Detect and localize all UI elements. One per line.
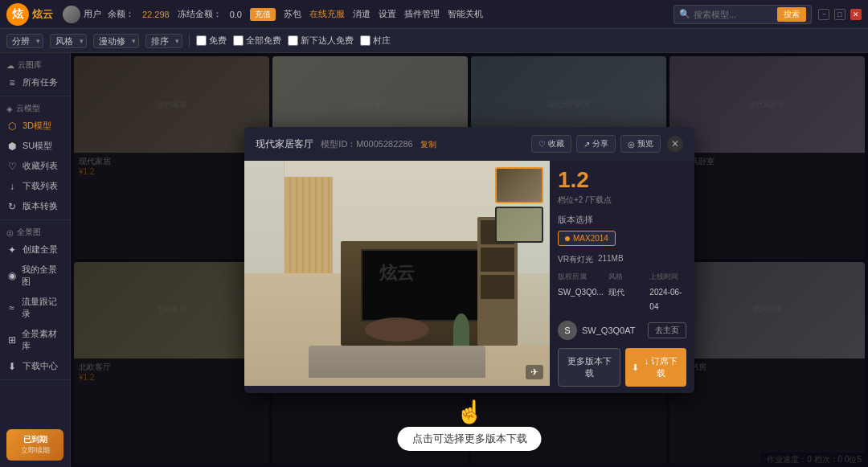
meta-rights-val: SW_Q3Q0... — [558, 288, 604, 297]
sidebar-item-flow[interactable]: ≈ 流量跟记录 — [0, 292, 70, 324]
user-avatar — [63, 6, 80, 23]
thumbnail-2[interactable] — [495, 207, 543, 243]
thumbnail-1[interactable] — [495, 167, 543, 203]
smart-label[interactable]: 智能关机 — [448, 8, 483, 20]
share-button[interactable]: ↗ 分享 — [576, 135, 616, 153]
filter-divider — [189, 35, 190, 47]
version-icon: ↻ — [6, 201, 18, 212]
meta-date-label: 上线时间 — [649, 272, 686, 282]
settings-label[interactable]: 设置 — [379, 8, 396, 20]
share-icon: ↗ — [583, 140, 590, 149]
frozen-label: 冻结金额： — [178, 8, 222, 20]
meta-style: 风格 现代 — [608, 272, 645, 313]
online-label[interactable]: 在线充服 — [309, 8, 345, 20]
snap-checkbox[interactable] — [288, 35, 298, 46]
meta-rights-label: 版权所属 — [558, 272, 604, 282]
sidebar-item-materials[interactable]: ⊞ 全景素材库 — [0, 324, 70, 356]
sidebar-item-download-center[interactable]: ⬇ 下载中心 — [0, 356, 70, 376]
category-select-wrap: 分辨 — [6, 34, 43, 48]
sidebar-item-create-full[interactable]: ✦ 创建全景 — [0, 240, 70, 260]
sidebar-item-my-full[interactable]: ◉ 我的全景图 — [0, 260, 70, 292]
topbar-user: 用户 — [63, 6, 101, 23]
vip-badge-btn[interactable]: 充值 — [250, 8, 276, 21]
sidebar-cloud-title: ☁ 云图库 — [0, 56, 70, 72]
go-profile-button[interactable]: 去主页 — [648, 322, 686, 338]
search-input[interactable] — [694, 10, 774, 19]
favorite-button[interactable]: ♡ 收藏 — [531, 135, 571, 153]
sidebar-item-all-tasks[interactable]: ≡ 所有任务 — [0, 72, 70, 92]
search-button[interactable]: 搜索 — [777, 7, 806, 22]
sidebar-item-3d[interactable]: ⬡ 3D模型 — [0, 116, 70, 136]
modal-user-avatar: S — [558, 321, 577, 340]
style-select-wrap: 风格 — [50, 34, 87, 48]
logo-area: 炫 炫云 — [6, 3, 53, 26]
flow-icon: ≈ — [6, 302, 17, 313]
fullview-icon: ◎ — [6, 228, 14, 237]
3d-icon: ⬡ — [6, 121, 18, 132]
topbar: 炫 炫云 用户 余额： 22.298 冻结金额： 0.0 充值 苏包 在线充服 … — [0, 0, 868, 29]
snap-check[interactable]: 新下达人免费 — [288, 35, 354, 47]
sidebar-section-model: ◈ 云模型 ⬡ 3D模型 ⬢ SU模型 ♡ 收藏列表 ↓ 下载列表 ↻ 版本转换 — [0, 96, 70, 220]
download-button[interactable]: ⬇ ↓ 订席下载 — [625, 348, 686, 387]
version-badge-max[interactable]: MAX2014 — [558, 231, 616, 246]
preview-icon: ◎ — [628, 140, 635, 149]
copy-button[interactable]: 复制 — [420, 140, 436, 149]
maximize-btn[interactable]: □ — [834, 9, 845, 20]
modal-username: SW_Q3Q0AT — [582, 326, 635, 335]
free-check[interactable]: 免费 — [196, 35, 227, 47]
logo-icon: 炫 — [6, 3, 29, 26]
modal-header-btns: ♡ 收藏 ↗ 分享 ◎ 预览 — [531, 135, 661, 153]
animation-select[interactable]: 漫动修 — [93, 34, 139, 48]
tv-screen — [361, 249, 481, 322]
dl-center-icon: ⬇ — [6, 361, 18, 372]
thumb-inner-1 — [497, 169, 542, 202]
meta-style-val: 现代 — [608, 288, 624, 297]
thumb-inner-2 — [497, 208, 542, 241]
modal-info-panel: 1.2 档位+2 /下载点 版本选择 MAX2014 VR有灯光 — [550, 161, 694, 393]
all-free-checkbox[interactable] — [233, 35, 244, 46]
tooltip-text: 点击可选择更多版本下载 — [412, 432, 527, 444]
modal-dialog: 现代家居客厅 模型ID：M0005282286 复制 ♡ 收藏 ↗ 分享 — [244, 127, 694, 393]
style-select[interactable]: 风格 — [50, 34, 87, 48]
vip-card[interactable]: 已到期 立即续期 — [6, 429, 63, 461]
sidebar-item-version[interactable]: ↻ 版本转换 — [0, 196, 70, 216]
thumbnail-strip — [495, 167, 543, 243]
village-checkbox[interactable] — [360, 35, 371, 46]
version-info-row: VR有灯光 211MB — [558, 254, 686, 265]
coffee-table — [365, 317, 429, 342]
plugin-label[interactable]: 插件管理 — [404, 8, 440, 20]
sort-select-wrap: 排序 — [145, 34, 182, 48]
sidebar-bottom: 已到期 立即续期 — [0, 423, 70, 467]
filterbar: 分辨 风格 漫动修 排序 免费 全部免费 新下达人免费 村庄 — [0, 29, 868, 53]
heart-icon: ♡ — [538, 140, 546, 149]
su-icon: ⬢ — [6, 141, 18, 152]
nav-arrow[interactable]: ✈ — [526, 365, 543, 379]
village-check[interactable]: 村庄 — [360, 35, 391, 47]
sidebar-section-cloud: ☁ 云图库 ≡ 所有任务 — [0, 53, 70, 96]
category-select[interactable]: 分辨 — [6, 34, 43, 48]
modal-preview: 炫云 ✈ — [244, 161, 550, 393]
bag-label[interactable]: 苏包 — [284, 8, 301, 20]
tooltip-container: ☝ 点击可选择更多版本下载 — [398, 399, 542, 451]
sidebar-item-favorites[interactable]: ♡ 收藏列表 — [0, 156, 70, 176]
close-btn-topbar[interactable]: ✕ — [850, 9, 862, 20]
frozen-value: 0.0 — [230, 10, 242, 19]
sort-select[interactable]: 排序 — [145, 34, 182, 48]
minimize-btn[interactable]: － — [818, 9, 829, 20]
wine-label[interactable]: 消遣 — [353, 8, 371, 20]
download-arrow-icon: ⬇ — [632, 363, 639, 373]
download-icon: ↓ — [6, 181, 18, 192]
modal-close-button[interactable]: ✕ — [667, 136, 683, 152]
all-free-check[interactable]: 全部免费 — [233, 35, 281, 47]
more-versions-button[interactable]: 更多版本下载 — [558, 348, 620, 387]
search-icon: 🔍 — [679, 9, 690, 19]
preview-button[interactable]: ◎ 预览 — [620, 135, 661, 153]
sidebar-item-download[interactable]: ↓ 下载列表 — [0, 176, 70, 196]
model-icon: ◈ — [6, 104, 13, 113]
sidebar-item-su[interactable]: ⬢ SU模型 — [0, 136, 70, 156]
sidebar-fullview-title: ◎ 全景图 — [0, 223, 70, 240]
meta-date: 上线时间 2024-06-04 — [649, 272, 686, 313]
balance-label: 余额： — [108, 8, 134, 20]
free-checkbox[interactable] — [196, 35, 207, 46]
version-dot — [565, 236, 570, 241]
